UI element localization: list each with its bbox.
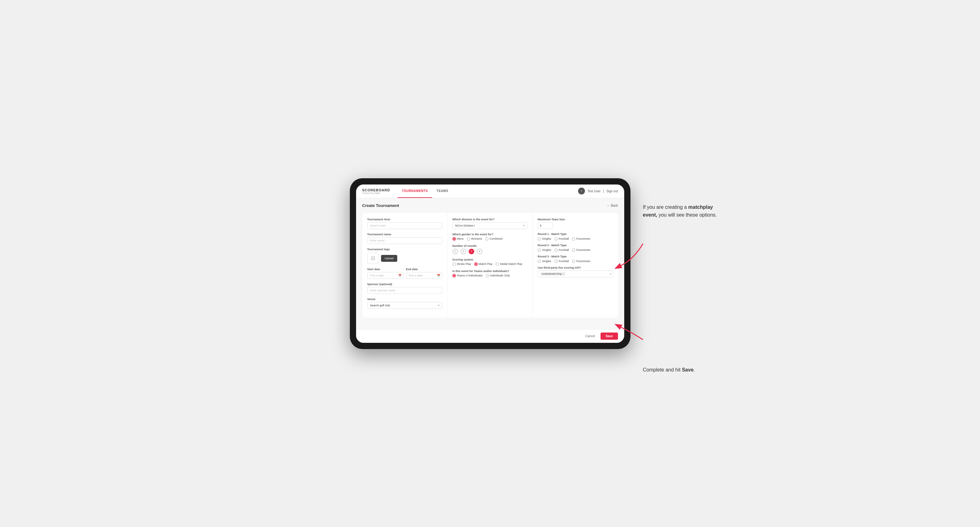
tournament-host-input[interactable] bbox=[367, 222, 442, 229]
scoring-medal[interactable]: Medal Match Play bbox=[495, 262, 522, 266]
round2-radio-group: Singles Fourball Foursomes bbox=[538, 248, 613, 252]
event-type-radio-group: Teams (+Individuals) Individuals Only bbox=[452, 274, 527, 277]
stroke-radio-circle bbox=[452, 262, 456, 266]
nav-tabs: TOURNAMENTS TEAMS bbox=[398, 184, 453, 198]
round1-singles-circle bbox=[538, 237, 541, 241]
api-select-tag[interactable]: Leaderboard King × bbox=[538, 270, 613, 277]
tab-teams[interactable]: TEAMS bbox=[432, 184, 453, 198]
end-date-group: End date 📅 bbox=[406, 268, 442, 279]
upload-button[interactable]: Upload bbox=[381, 255, 398, 262]
end-calendar-icon: 📅 bbox=[437, 274, 440, 277]
main-content: Create Tournament ← Back Tournament Host… bbox=[356, 198, 624, 329]
round1-fourball[interactable]: Fourball bbox=[554, 237, 569, 241]
gender-combined[interactable]: Combined bbox=[485, 237, 502, 241]
api-tag-close-icon[interactable]: × bbox=[563, 272, 564, 276]
tournament-logo-group: Tournament logo 🖼 Upload bbox=[367, 248, 442, 264]
user-name: Test User bbox=[587, 189, 601, 193]
round3-singles[interactable]: Singles bbox=[538, 260, 551, 263]
round3-fourball-circle bbox=[554, 260, 558, 263]
round3-radio-group: Singles Fourball Foursomes bbox=[538, 260, 613, 263]
event-type-teams[interactable]: Teams (+Individuals) bbox=[452, 274, 483, 277]
api-label: Use third-party live scoring API? bbox=[538, 266, 613, 269]
nav-bar: SCOREBOARD Powered by clippit TOURNAMENT… bbox=[356, 184, 624, 198]
logo-title: SCOREBOARD bbox=[362, 188, 390, 192]
teams-label: Teams (+Individuals) bbox=[457, 274, 483, 277]
scoring-radio-group: Stroke Play Match Play Medal Match Play bbox=[452, 262, 527, 266]
venue-group: Venue Search golf club bbox=[367, 298, 442, 309]
end-date-label: End date bbox=[406, 268, 442, 271]
mens-label: Mens bbox=[457, 237, 464, 240]
start-date-wrapper: 📅 bbox=[367, 272, 404, 279]
form-grid: Tournament Host Tournament name Tourname… bbox=[362, 213, 618, 317]
round1-singles[interactable]: Singles bbox=[538, 237, 551, 241]
scoring-stroke[interactable]: Stroke Play bbox=[452, 262, 471, 266]
logo-subtitle: Powered by clippit bbox=[362, 192, 390, 194]
individuals-radio-circle bbox=[486, 274, 489, 277]
annotation-bottom-text2: . bbox=[694, 367, 695, 372]
form-col-1: Tournament Host Tournament name Tourname… bbox=[362, 213, 447, 317]
api-select-wrapper: Leaderboard King × ▾ bbox=[538, 270, 613, 277]
annotation-right-text2: you will see these options. bbox=[657, 212, 717, 217]
tournament-name-input[interactable] bbox=[367, 237, 442, 244]
annotation-bottom-bold: Save bbox=[682, 367, 694, 372]
date-row: Start date 📅 End date bbox=[367, 268, 442, 279]
round2-fourball-circle bbox=[554, 248, 558, 252]
round2-fourball[interactable]: Fourball bbox=[554, 248, 569, 252]
start-date-group: Start date 📅 bbox=[367, 268, 404, 279]
division-select-wrapper: NCAA Division I NCAA Division II NAIA Cl… bbox=[452, 222, 527, 229]
gender-radio-group: Mens Womens Combined bbox=[452, 237, 527, 241]
gender-womens[interactable]: Womens bbox=[467, 237, 482, 241]
round3-singles-circle bbox=[538, 260, 541, 263]
round-4-btn[interactable]: 4 bbox=[477, 249, 482, 254]
scoring-match[interactable]: Match Play bbox=[474, 262, 493, 266]
sponsor-input[interactable] bbox=[367, 287, 442, 294]
cancel-button[interactable]: Cancel bbox=[582, 333, 598, 340]
gender-label: Which gender is the event for? bbox=[452, 233, 527, 236]
mens-radio-circle bbox=[452, 237, 456, 241]
scoring-label: Scoring system bbox=[452, 258, 527, 261]
venue-select-wrapper: Search golf club bbox=[367, 302, 442, 309]
avatar: T bbox=[578, 187, 585, 194]
round3-foursomes[interactable]: Foursomes bbox=[572, 260, 590, 263]
tournament-logo-label: Tournament logo bbox=[367, 248, 442, 251]
round1-label: Round 1 - Match Type bbox=[538, 232, 613, 236]
signout-link[interactable]: Sign out bbox=[606, 189, 618, 193]
max-team-size-label: Maximum Team Size bbox=[538, 218, 613, 221]
rounds-label: Number of rounds bbox=[452, 244, 527, 248]
end-date-wrapper: 📅 bbox=[406, 272, 442, 279]
match-label: Match Play bbox=[479, 262, 493, 265]
venue-label: Venue bbox=[367, 298, 442, 301]
medal-radio-circle bbox=[495, 262, 499, 266]
round1-fourball-circle bbox=[554, 237, 558, 241]
max-team-size-input[interactable] bbox=[538, 222, 553, 229]
dates-group: Start date 📅 End date bbox=[367, 268, 442, 279]
venue-select[interactable]: Search golf club bbox=[367, 302, 442, 309]
api-chevron-icon: ▾ bbox=[610, 272, 611, 275]
round2-foursomes[interactable]: Foursomes bbox=[572, 248, 590, 252]
round1-foursomes-circle bbox=[572, 237, 575, 241]
round1-foursomes[interactable]: Foursomes bbox=[572, 237, 590, 241]
form-col-2: Which division is the event for? NCAA Di… bbox=[447, 213, 533, 317]
start-date-label: Start date bbox=[367, 268, 404, 271]
round3-label: Round 3 - Match Type bbox=[538, 255, 613, 258]
match-radio-circle bbox=[474, 262, 478, 266]
nav-logo: SCOREBOARD Powered by clippit bbox=[362, 188, 390, 194]
tab-tournaments[interactable]: TOURNAMENTS bbox=[398, 184, 432, 198]
round-1-btn[interactable]: 1 bbox=[452, 249, 458, 254]
round2-singles[interactable]: Singles bbox=[538, 248, 551, 252]
back-link[interactable]: ← Back bbox=[607, 204, 618, 207]
sponsor-group: Sponsor (optional) bbox=[367, 283, 442, 294]
gender-mens[interactable]: Mens bbox=[452, 237, 464, 241]
round3-fourball[interactable]: Fourball bbox=[554, 260, 569, 263]
round2-foursomes-circle bbox=[572, 248, 575, 252]
logo-placeholder: 🖼 bbox=[367, 253, 379, 264]
division-select[interactable]: NCAA Division I NCAA Division II NAIA Cl… bbox=[452, 222, 527, 229]
annotation-right-text1: If you are creating a bbox=[643, 205, 689, 210]
round2-label: Round 2 - Match Type bbox=[538, 244, 613, 247]
round-2-btn[interactable]: 2 bbox=[461, 249, 466, 254]
page-title: Create Tournament bbox=[362, 203, 399, 208]
page-header: Create Tournament ← Back bbox=[362, 203, 618, 208]
bottom-annotation: Complete and hit Save. bbox=[643, 366, 724, 374]
event-type-individuals[interactable]: Individuals Only bbox=[486, 274, 510, 277]
round-3-btn[interactable]: 3 bbox=[469, 249, 474, 254]
